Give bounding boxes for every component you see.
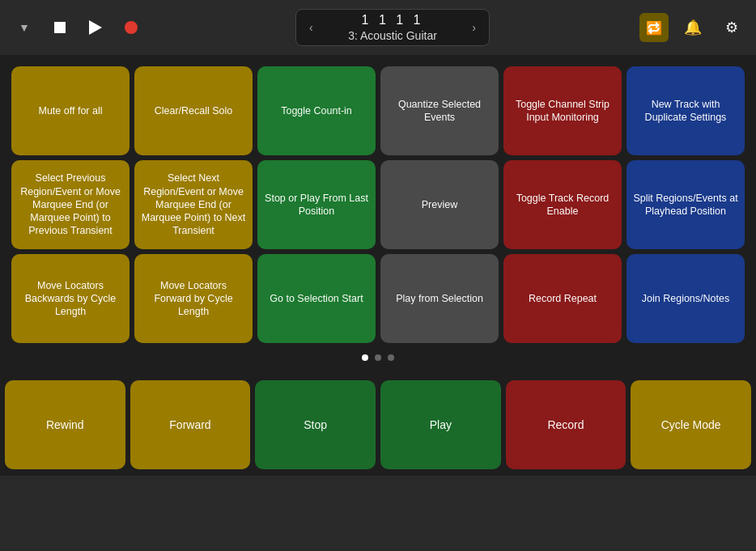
bottom-btn-5[interactable]: Cycle Mode bbox=[631, 380, 751, 469]
grid-btn-r0-c5[interactable]: New Track with Duplicate Settings bbox=[626, 66, 745, 155]
pagination bbox=[6, 348, 750, 369]
top-bar: ▼ ‹ 1 1 1 1 3: Acoustic Guitar › 🔁 bbox=[0, 0, 756, 55]
grid-btn-r2-c5[interactable]: Join Regions/Notes bbox=[626, 254, 745, 343]
bottom-btn-0[interactable]: Rewind bbox=[5, 380, 125, 469]
position-arrows: ‹ 1 1 1 1 3: Acoustic Guitar › bbox=[309, 13, 476, 42]
grid-btn-r0-c4[interactable]: Toggle Channel Strip Input Monitoring bbox=[503, 66, 622, 155]
grid-btn-r2-c3[interactable]: Play from Selection bbox=[380, 254, 499, 343]
cycle-button[interactable]: 🔁 bbox=[639, 13, 669, 42]
grid-btn-r0-c2[interactable]: Toggle Count-in bbox=[257, 66, 376, 155]
bottom-bar: RewindForwardStopPlayRecordCycle Mode bbox=[0, 375, 756, 476]
grid-btn-r1-c3[interactable]: Preview bbox=[380, 160, 499, 249]
stop-button[interactable] bbox=[45, 13, 74, 42]
dropdown-arrow-btn[interactable]: ▼ bbox=[10, 13, 39, 42]
grid-btn-r1-c1[interactable]: Select Next Region/Event or Move Marquee… bbox=[134, 160, 253, 249]
grid-btn-r2-c1[interactable]: Move Locators Forward by Cycle Length bbox=[134, 254, 253, 343]
position-next-arrow[interactable]: › bbox=[472, 21, 476, 34]
position-numbers: 1 1 1 1 bbox=[348, 13, 437, 28]
grid-btn-r1-c5[interactable]: Split Regions/Events at Playhead Positio… bbox=[626, 160, 745, 249]
bottom-btn-3[interactable]: Play bbox=[380, 380, 501, 469]
cycle-icon: 🔁 bbox=[646, 20, 662, 36]
button-grid: Mute off for allClear/Recall SoloToggle … bbox=[6, 61, 750, 348]
position-display: ‹ 1 1 1 1 3: Acoustic Guitar › bbox=[154, 9, 631, 46]
bottom-btn-4[interactable]: Record bbox=[506, 380, 626, 469]
gear-icon: ⚙ bbox=[725, 19, 738, 36]
grid-btn-r0-c3[interactable]: Quantize Selected Events bbox=[380, 66, 499, 155]
grid-btn-r1-c4[interactable]: Toggle Track Record Enable bbox=[503, 160, 622, 249]
pagination-dot-0[interactable] bbox=[362, 354, 368, 361]
track-name: 3: Acoustic Guitar bbox=[348, 29, 437, 42]
pagination-dot-2[interactable] bbox=[388, 354, 394, 361]
grid-btn-r1-c2[interactable]: Stop or Play From Last Position bbox=[257, 160, 376, 249]
play-icon bbox=[89, 20, 102, 35]
settings-button[interactable]: ⚙ bbox=[717, 13, 746, 42]
metronome-icon: 🔔 bbox=[684, 19, 702, 36]
bottom-btn-1[interactable]: Forward bbox=[130, 380, 251, 469]
grid-btn-r2-c2[interactable]: Go to Selection Start bbox=[257, 254, 376, 343]
main-content: Mute off for allClear/Recall SoloToggle … bbox=[0, 55, 756, 375]
position-prev-arrow[interactable]: ‹ bbox=[309, 21, 313, 34]
pagination-dot-1[interactable] bbox=[375, 354, 381, 361]
grid-btn-r2-c0[interactable]: Move Locators Backwards by Cycle Length bbox=[11, 254, 130, 343]
record-icon bbox=[125, 21, 138, 34]
grid-btn-r0-c0[interactable]: Mute off for all bbox=[11, 66, 130, 155]
bottom-btn-2[interactable]: Stop bbox=[255, 380, 376, 469]
record-button[interactable] bbox=[117, 13, 146, 42]
transport-controls: ▼ bbox=[10, 13, 146, 42]
grid-btn-r0-c1[interactable]: Clear/Recall Solo bbox=[134, 66, 253, 155]
grid-btn-r2-c4[interactable]: Record Repeat bbox=[503, 254, 622, 343]
grid-btn-r1-c0[interactable]: Select Previous Region/Event or Move Mar… bbox=[11, 160, 130, 249]
top-bar-right: 🔁 🔔 ⚙ bbox=[639, 13, 746, 42]
metronome-button[interactable]: 🔔 bbox=[678, 13, 707, 42]
play-button[interactable] bbox=[81, 13, 110, 42]
position-box[interactable]: ‹ 1 1 1 1 3: Acoustic Guitar › bbox=[295, 9, 490, 46]
stop-icon bbox=[54, 22, 66, 33]
position-numbers-container: 1 1 1 1 3: Acoustic Guitar bbox=[348, 13, 437, 42]
